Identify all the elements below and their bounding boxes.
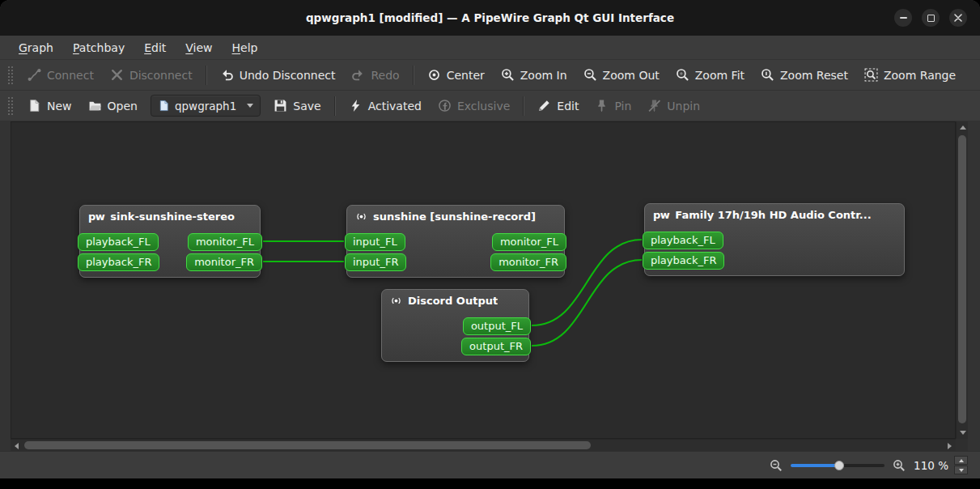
menu-view[interactable]: View — [176, 38, 221, 57]
disconnect-icon — [110, 68, 124, 82]
node-sink-sunshine-stereo[interactable]: pw sink-sunshine-stereo playback_FL play… — [79, 205, 261, 278]
disconnect-button[interactable]: Disconnect — [103, 64, 200, 86]
port-monitor-fl[interactable]: monitor_FL — [492, 233, 566, 251]
horizontal-scrollbar[interactable] — [11, 439, 956, 451]
vertical-scrollbar[interactable] — [956, 121, 968, 439]
close-button[interactable] — [949, 9, 967, 27]
new-label: New — [47, 100, 72, 113]
toolbar-separator — [206, 66, 207, 85]
pin-button[interactable]: Pin — [588, 95, 638, 117]
zoom-range-button[interactable]: Zoom Range — [857, 64, 963, 86]
connect-button[interactable]: Connect — [20, 64, 101, 86]
edit-label: Edit — [557, 100, 579, 113]
pencil-icon — [537, 99, 551, 113]
open-button[interactable]: Open — [81, 95, 145, 117]
menubar: Graph Patchbay Edit View Help — [0, 36, 980, 60]
node-title: sunshine [sunshine-record] — [373, 210, 536, 223]
save-button[interactable]: Save — [266, 95, 328, 117]
port-output-fr[interactable]: output_FR — [461, 338, 531, 355]
window-title: qpwgraph1 [modified] — A PipeWire Graph … — [306, 11, 674, 24]
node-header: pw Family 17h/19h HD Audio Contr... — [645, 204, 904, 224]
zoom-slider[interactable] — [791, 459, 885, 472]
node-sunshine-record[interactable]: sunshine [sunshine-record] input_FL inpu… — [346, 205, 565, 278]
zoom-out-icon — [583, 68, 597, 82]
graph-canvas[interactable]: pw sink-sunshine-stereo playback_FL play… — [11, 121, 956, 439]
titlebar[interactable]: qpwgraph1 [modified] — A PipeWire Graph … — [0, 0, 980, 36]
zoom-out-button[interactable]: Zoom Out — [576, 64, 667, 86]
undo-label: Undo Disconnect — [240, 69, 336, 82]
zoom-out-label: Zoom Out — [603, 69, 660, 82]
toolbar-drag-handle[interactable] — [7, 96, 13, 116]
port-monitor-fr[interactable]: monitor_FR — [186, 253, 262, 271]
toolbar-drag-handle[interactable] — [7, 66, 13, 85]
triangle-down-icon — [960, 431, 966, 435]
patchbay-file-combo[interactable]: qpwgraph1 — [151, 95, 261, 117]
exclusive-label: Exclusive — [457, 100, 510, 113]
zoom-value[interactable]: 110 % — [914, 459, 948, 472]
menu-graph[interactable]: Graph — [10, 38, 62, 57]
port-input-fr[interactable]: input_FR — [345, 253, 406, 271]
pin-icon — [595, 99, 609, 113]
scroll-right-arrow[interactable] — [944, 440, 956, 452]
stream-icon — [355, 210, 367, 223]
zoom-step-up-button[interactable] — [954, 456, 968, 465]
port-playback-fl[interactable]: playback_FL — [78, 233, 159, 251]
unpin-button[interactable]: Unpin — [640, 95, 707, 117]
horizontal-scroll-handle[interactable] — [24, 441, 591, 449]
pipewire-icon: pw — [88, 210, 104, 223]
triangle-left-icon — [15, 443, 19, 449]
unpin-label: Unpin — [667, 100, 700, 113]
toolbar-separator — [523, 96, 524, 116]
zoom-fit-button[interactable]: Zoom Fit — [668, 64, 752, 86]
menu-help[interactable]: Help — [223, 38, 267, 57]
pipewire-icon: pw — [653, 209, 669, 221]
port-input-fl[interactable]: input_FL — [345, 233, 405, 251]
minimize-button[interactable] — [894, 9, 912, 27]
port-output-fl[interactable]: output_FL — [463, 317, 531, 335]
menu-patchbay[interactable]: Patchbay — [64, 38, 134, 57]
center-button[interactable]: Center — [420, 64, 492, 86]
activated-button[interactable]: Activated — [342, 95, 429, 117]
scroll-down-arrow[interactable] — [957, 427, 969, 439]
exclusive-button[interactable]: Exclusive — [431, 95, 517, 117]
port-playback-fl[interactable]: playback_FL — [643, 232, 723, 249]
node-header: Discord Output — [382, 290, 528, 310]
spin-arrows — [954, 456, 968, 474]
port-monitor-fl[interactable]: monitor_FL — [188, 233, 262, 251]
save-label: Save — [293, 100, 320, 113]
zoom-reset-button[interactable]: Zoom Reset — [753, 64, 855, 86]
new-button[interactable]: New — [20, 95, 79, 117]
unpin-icon — [647, 99, 661, 113]
edit-button[interactable]: Edit — [530, 95, 586, 117]
zoom-in-button[interactable]: Zoom In — [494, 64, 575, 86]
disconnect-label: Disconnect — [129, 69, 193, 82]
zoom-spinbox[interactable]: 110 % — [914, 456, 968, 474]
zoom-slider-fill — [791, 464, 839, 467]
port-monitor-fr[interactable]: monitor_FR — [490, 253, 566, 271]
patchbay-file-name: qpwgraph1 — [175, 100, 236, 113]
zoom-slider-track — [839, 464, 885, 467]
node-header: pw sink-sunshine-stereo — [80, 206, 260, 226]
zoom-fit-label: Zoom Fit — [695, 69, 745, 82]
maximize-button[interactable] — [922, 9, 940, 27]
node-discord-output[interactable]: Discord Output output_FL output_FR — [381, 289, 529, 362]
vertical-scroll-handle[interactable] — [958, 135, 966, 423]
undo-button[interactable]: Undo Disconnect — [213, 64, 343, 86]
triangle-right-icon — [948, 443, 952, 449]
node-header: sunshine [sunshine-record] — [347, 206, 564, 226]
node-title: Discord Output — [408, 295, 498, 307]
zoom-step-down-button[interactable] — [954, 466, 968, 474]
pin-label: Pin — [614, 100, 631, 113]
connection-wires — [11, 122, 955, 438]
port-playback-fr[interactable]: playback_FR — [643, 252, 724, 270]
port-playback-fr[interactable]: playback_FR — [78, 253, 159, 271]
redo-button[interactable]: Redo — [344, 64, 406, 86]
zoom-slider-thumb[interactable] — [834, 461, 844, 470]
connect-icon — [28, 68, 41, 82]
zoom-range-icon — [864, 68, 878, 82]
menu-edit[interactable]: Edit — [135, 38, 175, 57]
undo-icon — [220, 68, 234, 82]
scroll-left-arrow[interactable] — [11, 440, 23, 452]
node-family-hd-audio[interactable]: pw Family 17h/19h HD Audio Contr... play… — [644, 203, 905, 276]
scroll-up-arrow[interactable] — [957, 121, 969, 134]
